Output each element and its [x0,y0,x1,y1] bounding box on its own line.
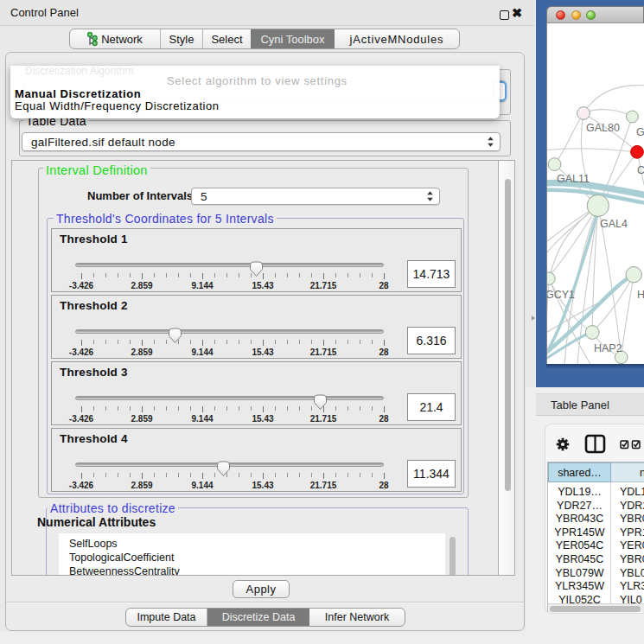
svg-text:HAP2: HAP2 [594,342,622,354]
svg-text:GAL11: GAL11 [557,173,590,185]
svg-text:GA: GA [636,126,644,138]
svg-text:C: C [637,164,644,176]
svg-text:GCY1: GCY1 [547,289,575,301]
svg-text:GAL4: GAL4 [600,218,628,230]
svg-text:GAL80: GAL80 [586,122,620,134]
svg-text:H: H [637,289,644,301]
